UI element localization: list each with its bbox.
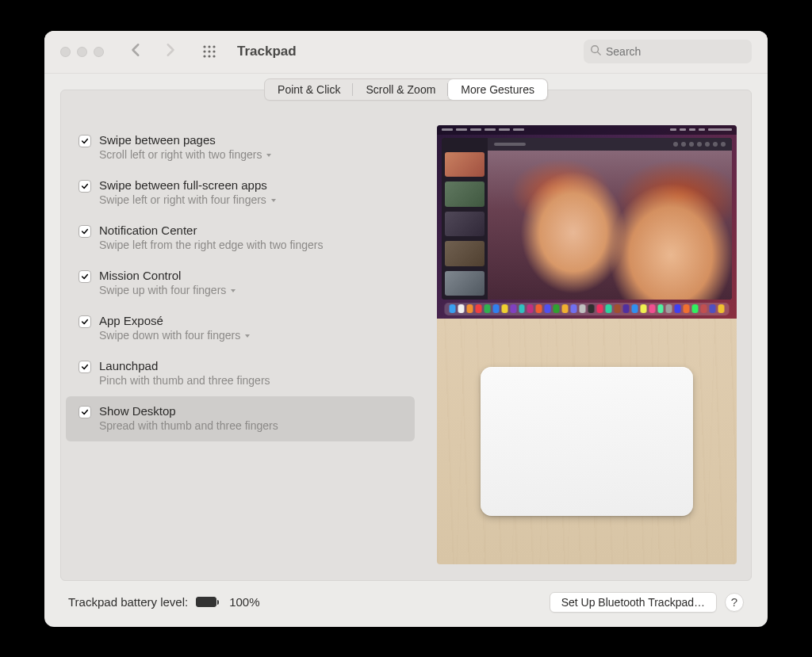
svg-point-5 (213, 50, 215, 52)
prefs-window: Trackpad Point & Click Scroll & Zoom Mor… (44, 31, 768, 627)
checkbox-notification-center[interactable] (79, 225, 91, 238)
search-icon (590, 44, 601, 59)
option-subtitle-dropdown[interactable]: Swipe down with four fingers (99, 329, 250, 342)
tab-more-gestures[interactable]: More Gestures (448, 79, 547, 100)
battery-percentage: 100% (229, 595, 259, 609)
svg-point-7 (208, 55, 210, 57)
option-show-desktop[interactable]: Show DesktopSpread with thumb and three … (66, 396, 415, 441)
option-swipe-pages[interactable]: Swipe between pagesScroll left or right … (66, 125, 415, 170)
option-title: Notification Center (99, 223, 323, 237)
preview-menubar (437, 125, 737, 135)
gesture-preview (437, 125, 737, 564)
option-notification-center[interactable]: Notification CenterSwipe left from the r… (66, 216, 415, 261)
svg-line-10 (598, 52, 601, 55)
checkbox-launchpad[interactable] (79, 361, 91, 373)
checkbox-app-expose[interactable] (79, 315, 91, 328)
checkbox-show-desktop[interactable] (79, 406, 91, 418)
option-subtitle-dropdown[interactable]: Swipe left or right with four fingers (99, 193, 276, 206)
preview-app-window (442, 138, 732, 300)
help-button[interactable]: ? (725, 593, 744, 612)
svg-point-0 (203, 45, 205, 48)
preview-dock (444, 303, 729, 315)
preview-screen (437, 125, 737, 319)
zoom-window-button[interactable] (94, 47, 104, 57)
battery-label: Trackpad battery level: (68, 595, 188, 609)
panel-body: Swipe between pagesScroll left or right … (61, 90, 751, 580)
show-all-button[interactable] (202, 44, 216, 59)
option-subtitle: Pinch with thumb and three fingers (99, 374, 270, 387)
preview-trackpad (481, 367, 693, 516)
tab-point-click[interactable]: Point & Click (265, 79, 353, 100)
option-launchpad[interactable]: LaunchpadPinch with thumb and three fing… (66, 351, 415, 396)
minimize-window-button[interactable] (77, 47, 87, 57)
forward-button[interactable] (163, 43, 177, 60)
option-title: Mission Control (99, 269, 236, 282)
back-button[interactable] (129, 43, 144, 60)
search-field[interactable] (584, 40, 752, 63)
checkbox-mission-control[interactable] (79, 270, 91, 283)
preview-desk (437, 319, 737, 564)
footer: Trackpad battery level: 100% Set Up Blue… (60, 581, 752, 616)
settings-panel: Point & Click Scroll & Zoom More Gesture… (60, 90, 752, 581)
checkbox-swipe-pages[interactable] (79, 135, 91, 147)
setup-bluetooth-button[interactable]: Set Up Bluetooth Trackpad… (550, 592, 717, 613)
search-input[interactable] (606, 45, 745, 58)
option-subtitle-dropdown[interactable]: Scroll left or right with two fingers (99, 148, 271, 161)
option-mission-control[interactable]: Mission ControlSwipe up with four finger… (66, 261, 415, 306)
svg-point-1 (208, 45, 210, 48)
window-title: Trackpad (237, 44, 297, 59)
nav-arrows (129, 43, 177, 60)
option-subtitle-dropdown[interactable]: Swipe up with four fingers (99, 284, 236, 296)
traffic-lights (60, 47, 104, 57)
option-app-expose[interactable]: App ExposéSwipe down with four fingers (66, 306, 415, 351)
option-subtitle: Swipe left from the right edge with two … (99, 239, 323, 251)
titlebar: Trackpad (44, 31, 768, 74)
option-title: Swipe between full-screen apps (99, 178, 276, 192)
svg-point-3 (203, 50, 205, 52)
svg-point-4 (208, 50, 210, 52)
close-window-button[interactable] (60, 47, 71, 57)
svg-point-8 (213, 55, 215, 57)
svg-point-2 (213, 45, 215, 48)
tab-scroll-zoom[interactable]: Scroll & Zoom (353, 79, 448, 100)
option-title: Swipe between pages (99, 133, 271, 147)
svg-point-6 (203, 55, 205, 57)
tab-bar: Point & Click Scroll & Zoom More Gesture… (264, 78, 548, 101)
checkbox-swipe-fullscreen[interactable] (79, 180, 91, 193)
gesture-options-list: Swipe between pagesScroll left or right … (66, 125, 415, 564)
option-title: Launchpad (99, 359, 270, 372)
option-title: App Exposé (99, 314, 250, 327)
option-title: Show Desktop (99, 404, 278, 418)
content-area: Point & Click Scroll & Zoom More Gesture… (44, 74, 768, 627)
battery-icon (196, 597, 216, 607)
option-subtitle: Spread with thumb and three fingers (99, 419, 278, 432)
option-swipe-fullscreen[interactable]: Swipe between full-screen appsSwipe left… (66, 170, 415, 216)
